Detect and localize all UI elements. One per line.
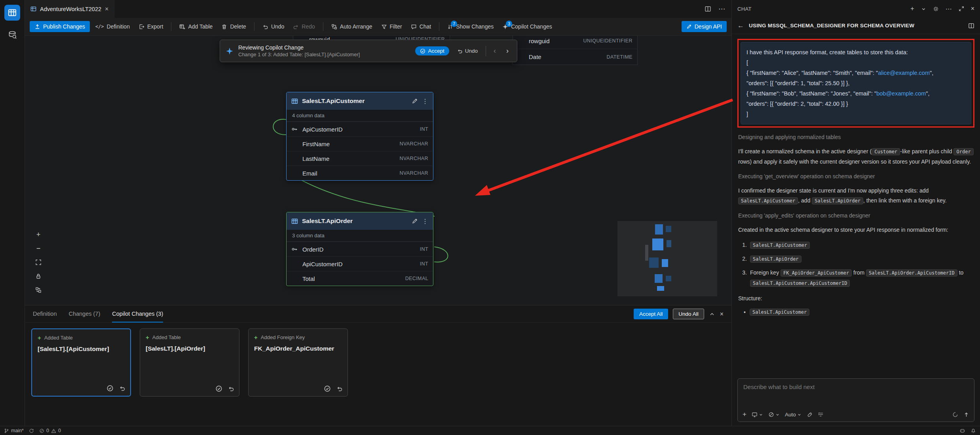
chat-input-box[interactable]: +: [737, 378, 974, 422]
undo-all-button[interactable]: Undo All: [673, 309, 704, 319]
fit-view-button[interactable]: [34, 258, 43, 267]
schema-designer-activity-button[interactable]: [4, 5, 20, 21]
back-arrow-icon[interactable]: ←: [737, 22, 744, 30]
minimap[interactable]: [617, 221, 717, 296]
email-link[interactable]: bob@example.com: [876, 90, 926, 97]
status-bar: main* 0 0: [0, 426, 980, 435]
delete-button[interactable]: Delete: [218, 21, 249, 32]
schema-canvas[interactable]: rowguid UNIQUEIDENTIFIER rowguid UNIQUEI…: [25, 36, 731, 305]
tab-close-icon[interactable]: ×: [105, 6, 108, 12]
close-panel-icon[interactable]: ×: [971, 5, 974, 12]
undo-change-icon[interactable]: [119, 385, 125, 392]
close-panel-icon[interactable]: ×: [720, 311, 724, 318]
table-menu-icon[interactable]: ⋮: [422, 218, 428, 225]
column-row[interactable]: LastName NVARCHAR: [287, 151, 433, 166]
column-row[interactable]: Email NVARCHAR: [287, 166, 433, 180]
table-node-apiorder[interactable]: SalesLT.ApiOrder ⋮ 3 column data OrderID…: [286, 212, 433, 286]
publish-changes-button[interactable]: Publish Changes: [30, 21, 90, 32]
lock-view-button[interactable]: [34, 271, 43, 281]
collapse-panel-icon[interactable]: [709, 311, 715, 317]
undo-change-icon[interactable]: [336, 385, 343, 392]
split-editor-icon[interactable]: [705, 6, 711, 12]
accept-change-icon[interactable]: [106, 385, 114, 392]
show-changes-button[interactable]: 7 Show Changes: [444, 21, 497, 32]
git-branch-item[interactable]: main*: [4, 428, 24, 433]
add-table-button[interactable]: Add Table: [176, 21, 216, 32]
toolbar-separator: [323, 22, 323, 31]
edit-table-icon[interactable]: [412, 98, 418, 104]
accept-change-icon[interactable]: [215, 385, 222, 392]
database-explorer-activity-button[interactable]: [4, 27, 20, 43]
table-node-apicustomer[interactable]: SalesLT.ApiCustomer ⋮ 4 column data ApiC…: [286, 92, 433, 181]
previous-change-icon[interactable]: ‹: [491, 47, 499, 55]
redo-button[interactable]: Redo: [290, 21, 318, 32]
edit-table-icon[interactable]: [412, 218, 418, 224]
filter-button[interactable]: Filter: [378, 21, 405, 32]
model-dropdown[interactable]: Auto: [785, 412, 801, 418]
column-row[interactable]: ApiCustomerID INT: [287, 122, 433, 136]
tab-definition[interactable]: Definition: [33, 305, 57, 322]
copilot-changes-button[interactable]: 3 Copilot Changes: [499, 21, 555, 32]
table-header[interactable]: SalesLT.ApiCustomer ⋮: [287, 92, 433, 110]
undo-change-button[interactable]: Undo: [454, 46, 481, 55]
accept-change-button[interactable]: Accept: [415, 46, 449, 55]
inline-code: FK_ApiOrder_ApiCustomer: [781, 269, 852, 277]
undo-change-icon[interactable]: [228, 385, 234, 392]
problems-item[interactable]: 0 0: [39, 428, 61, 433]
sync-button[interactable]: [29, 428, 34, 433]
git-branch-icon: [4, 428, 9, 433]
change-card-apicustomer[interactable]: + Added Table [SalesLT].[ApiCustomer]: [31, 328, 131, 397]
chat-button[interactable]: Chat: [408, 21, 435, 32]
change-card-foreignkey[interactable]: + Added Foreign Key FK_ApiOrder_ApiCusto…: [248, 328, 348, 397]
checklist-icon[interactable]: [818, 412, 824, 418]
change-card-apiorder[interactable]: + Added Table [SalesLT].[ApiOrder]: [140, 328, 239, 397]
new-chat-icon[interactable]: +: [910, 5, 914, 12]
auto-layout-button[interactable]: [34, 285, 43, 295]
monitor-icon: [752, 412, 758, 418]
notifications-bell-icon[interactable]: [971, 428, 976, 433]
auto-arrange-button[interactable]: Auto Arrange: [328, 21, 376, 32]
export-button[interactable]: Export: [135, 21, 166, 32]
visibility-dropdown[interactable]: [768, 412, 780, 418]
open-in-editor-icon[interactable]: [968, 23, 974, 29]
design-api-button[interactable]: Design API: [682, 21, 727, 32]
definition-button[interactable]: </> Definition: [92, 21, 133, 32]
accept-change-icon[interactable]: [324, 385, 331, 392]
add-context-icon[interactable]: +: [743, 410, 746, 418]
column-row[interactable]: FirstName NVARCHAR: [287, 136, 433, 151]
next-change-icon[interactable]: ›: [503, 47, 511, 55]
zoom-in-button[interactable]: +: [34, 230, 43, 239]
column-type: INT: [420, 261, 428, 267]
copilot-status-icon[interactable]: [959, 428, 965, 434]
email-link[interactable]: alice@example.com: [878, 70, 930, 76]
column-row[interactable]: Total DECIMAL: [287, 271, 433, 286]
tools-icon[interactable]: [807, 412, 813, 418]
column-row[interactable]: OrderID INT: [287, 242, 433, 256]
more-actions-icon[interactable]: ⋯: [718, 5, 725, 13]
table-menu-icon[interactable]: ⋮: [422, 97, 428, 105]
copilot-change-cards: + Added Table [SalesLT].[ApiCustomer] + …: [25, 323, 731, 402]
context-dropdown[interactable]: [752, 412, 763, 418]
zoom-out-button[interactable]: −: [34, 244, 43, 253]
tab-copilot-changes[interactable]: Copilot Changes (3): [112, 305, 163, 322]
accept-all-button[interactable]: Accept All: [634, 309, 668, 319]
undo-button[interactable]: Undo: [259, 21, 287, 32]
export-label: Export: [147, 23, 163, 30]
change-name: [SalesLT].[ApiOrder]: [146, 345, 234, 352]
more-actions-icon[interactable]: ⋯: [946, 5, 952, 13]
chat-input-field[interactable]: [743, 383, 969, 390]
tab-changes[interactable]: Changes (7): [68, 305, 100, 322]
editor-tab-adventureworks[interactable]: AdventureWorksLT2022 ×: [25, 0, 114, 18]
inline-code: SalesLT.ApiOrder: [750, 256, 801, 263]
column-row[interactable]: ApiCustomerID INT: [287, 256, 433, 271]
table-header[interactable]: SalesLT.ApiOrder ⋮: [287, 212, 433, 230]
column-type: DECIMAL: [405, 276, 428, 281]
send-icon[interactable]: [963, 412, 969, 418]
table-fragment-right[interactable]: rowguid UNIQUEIDENTIFIER Date DATETIME: [513, 36, 638, 65]
column-type: INT: [420, 246, 428, 252]
gear-icon[interactable]: [933, 6, 939, 12]
chevron-down-icon[interactable]: [921, 6, 926, 11]
change-kind: Added Foreign Key: [261, 334, 305, 340]
expand-panel-icon[interactable]: [959, 6, 964, 11]
auto-arrange-label: Auto Arrange: [340, 23, 372, 30]
